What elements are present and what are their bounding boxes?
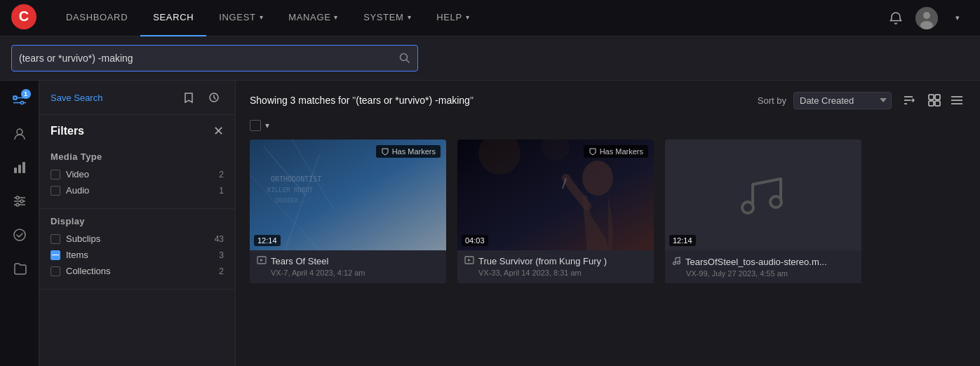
audio-checkbox[interactable]: [51, 186, 60, 196]
sidebar-item-analytics[interactable]: [6, 154, 34, 182]
nav-item-help[interactable]: HELP ▾: [424, 0, 482, 36]
results-area: Showing 3 matches for "(tears or *urvivo…: [236, 81, 980, 366]
result-card-tears-audio[interactable]: 12:14 TearsOfSteel_tos-audio-stereo.m...: [665, 140, 861, 283]
results-showing-prefix: Showing 3 matches for: [250, 95, 352, 106]
nav-item-system[interactable]: SYSTEM ▾: [351, 0, 424, 36]
audio-label[interactable]: Audio: [66, 185, 204, 196]
svg-point-51: [770, 196, 781, 208]
sort-order-button[interactable]: [899, 90, 918, 110]
search-submit-button[interactable]: [399, 53, 410, 64]
results-controls: Sort by Date Created Date Modified Title…: [758, 90, 966, 110]
card-thumbnail-tears-of-steel: ORTHODONTIST KILLER ROBOT INVADER... 12:…: [250, 140, 446, 250]
video-checkbox[interactable]: [51, 170, 60, 179]
sort-select[interactable]: Date Created Date Modified Title Duratio…: [793, 92, 892, 109]
list-view-button[interactable]: [948, 91, 966, 109]
filter-items-row: — Items 3: [51, 250, 224, 260]
audio-count: 1: [210, 186, 224, 196]
svg-point-4: [920, 21, 933, 29]
results-grid: ORTHODONTIST KILLER ROBOT INVADER... 12:…: [250, 140, 966, 283]
card-meta-3: VX-99, July 27 2023, 4:55 am: [672, 269, 854, 278]
svg-point-52: [673, 262, 676, 265]
svg-point-53: [678, 262, 680, 264]
filter-video-row: Video 2: [51, 169, 224, 179]
media-type-title: Media Type: [51, 151, 224, 162]
search-input[interactable]: [19, 53, 399, 64]
music-note-icon: [735, 170, 791, 219]
select-all-checkbox[interactable]: [250, 120, 261, 131]
items-label[interactable]: Items: [66, 250, 204, 260]
svg-point-8: [13, 97, 16, 100]
collections-label[interactable]: Collections: [66, 266, 204, 276]
display-title: Display: [51, 216, 224, 226]
sidebar-item-files[interactable]: [6, 255, 34, 283]
sidebar-item-settings[interactable]: [6, 187, 34, 215]
nav-item-search[interactable]: SEARCH: [140, 0, 206, 36]
sidebar-item-filter[interactable]: 1: [6, 86, 34, 114]
grid-view-button[interactable]: [925, 91, 944, 109]
card-title-3: TearsOfSteel_tos-audio-stereo.m...: [685, 257, 827, 267]
filters-close-button[interactable]: ✕: [213, 123, 224, 139]
search-input-wrapper: [11, 45, 418, 72]
filter-subclips-row: Subclips 43: [51, 233, 224, 244]
svg-rect-31: [935, 101, 940, 106]
card-thumbnail-true-survivor: 04:03 Has Markers: [457, 140, 654, 250]
svg-text:KILLER ROBOT: KILLER ROBOT: [267, 187, 314, 194]
select-chevron-button[interactable]: ▾: [264, 121, 271, 130]
card-type-icon-3: [672, 256, 681, 267]
nav-item-dashboard[interactable]: DASHBOARD: [53, 0, 140, 36]
card-title-row-3: TearsOfSteel_tos-audio-stereo.m...: [672, 256, 854, 267]
manage-chevron-icon: ▾: [334, 13, 338, 21]
history-button[interactable]: [204, 88, 224, 107]
svg-point-45: [582, 161, 613, 196]
items-checkbox[interactable]: —: [51, 250, 60, 260]
card-type-icon-1: [257, 256, 267, 266]
sidebar-item-status[interactable]: [6, 221, 34, 249]
card-marker-badge-2: Has Markers: [584, 145, 648, 158]
bookmark-button[interactable]: [179, 88, 199, 107]
card-duration-3: 12:14: [669, 235, 696, 246]
card-duration-2: 04:03: [462, 235, 488, 246]
svg-point-21: [20, 200, 23, 203]
user-menu-chevron[interactable]: ▾: [946, 7, 969, 29]
user-avatar[interactable]: [915, 7, 938, 29]
card-thumbnail-audio: 12:14: [665, 140, 861, 250]
svg-point-3: [923, 12, 930, 19]
sidebar-item-users[interactable]: [6, 120, 34, 148]
result-card-tears-of-steel[interactable]: ORTHODONTIST KILLER ROBOT INVADER... 12:…: [250, 140, 446, 283]
nav-items-list: DASHBOARD SEARCH INGEST ▾ MANAGE ▾ SYSTE…: [53, 0, 885, 36]
video-label[interactable]: Video: [66, 169, 204, 179]
card-title-row-2: True Survivor (from Kung Fury ): [464, 256, 647, 266]
display-section: Display Subclips 43 — Items 3 Collection…: [39, 209, 235, 290]
filter-badge: 1: [21, 89, 31, 99]
help-chevron-icon: ▾: [466, 13, 470, 21]
nav-item-ingest[interactable]: INGEST ▾: [206, 0, 276, 36]
svg-rect-16: [22, 162, 25, 173]
svg-text:ORTHODONTIST: ORTHODONTIST: [271, 175, 321, 183]
result-card-true-survivor[interactable]: 04:03 Has Markers True Survivor (from Ku…: [457, 140, 654, 283]
app-logo[interactable]: C: [11, 4, 53, 32]
svg-text:C: C: [19, 8, 29, 24]
results-query: (tears or *urvivo*) -making: [356, 95, 470, 106]
subclips-count: 43: [210, 234, 224, 244]
system-chevron-icon: ▾: [408, 13, 412, 21]
svg-point-20: [16, 196, 19, 199]
subclips-label[interactable]: Subclips: [66, 233, 204, 244]
filters-title-text: Filters: [51, 125, 84, 137]
filters-header: Save Search: [39, 81, 235, 115]
notifications-button[interactable]: [885, 7, 907, 29]
save-search-button[interactable]: Save Search: [51, 93, 102, 103]
card-info-3: TearsOfSteel_tos-audio-stereo.m... VX-99…: [665, 250, 861, 283]
collections-checkbox[interactable]: [51, 266, 60, 276]
svg-rect-30: [929, 101, 934, 106]
nav-item-manage[interactable]: MANAGE ▾: [276, 0, 351, 36]
sidebar-icon-rail: 1: [0, 81, 39, 366]
svg-point-22: [16, 203, 19, 206]
svg-point-11: [20, 102, 23, 104]
results-info: Showing 3 matches for "(tears or *urvivo…: [250, 95, 474, 106]
card-marker-badge-1: Has Markers: [376, 145, 441, 158]
card-info-1: Tears Of Steel VX-7, April 4 2023, 4:12 …: [250, 250, 446, 283]
subclips-checkbox[interactable]: [51, 234, 60, 244]
svg-point-50: [742, 202, 753, 213]
nav-right-controls: ▾: [885, 7, 969, 29]
svg-rect-14: [14, 168, 17, 173]
